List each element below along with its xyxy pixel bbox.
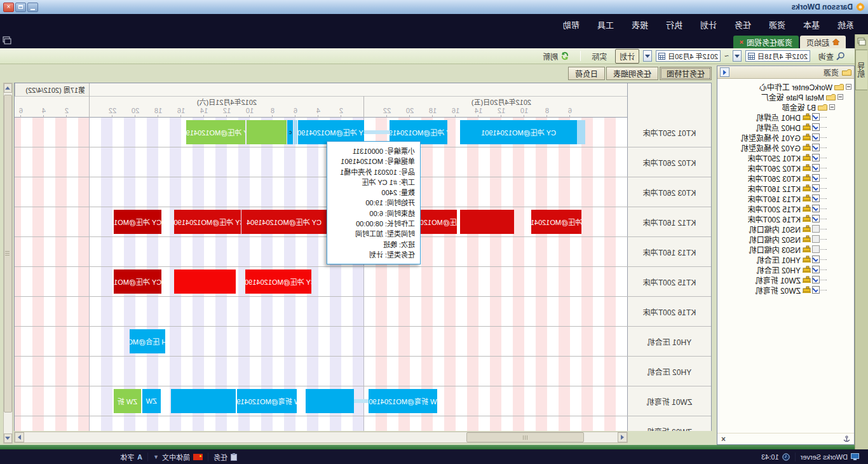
tree-checkbox[interactable] bbox=[812, 123, 820, 131]
plan-toggle-button[interactable]: 计划 bbox=[615, 49, 639, 64]
tree-expander-icon[interactable] bbox=[829, 104, 835, 110]
tree-item[interactable]: WorkCenter 工作中心 bbox=[717, 81, 851, 92]
tree-item[interactable]: GY01 外桶成型机 bbox=[717, 132, 851, 142]
gantt-task-bar[interactable]: CY 冲压@MO12041901 bbox=[460, 120, 577, 144]
gantt-task-bar[interactable] bbox=[171, 389, 236, 413]
gantt-task-bar[interactable] bbox=[460, 210, 514, 234]
horizontal-scroll-thumb[interactable] bbox=[466, 432, 584, 442]
tree-item[interactable]: YH01 压合机 bbox=[717, 254, 851, 264]
minimize-button[interactable] bbox=[27, 3, 38, 12]
gantt-task-bar[interactable] bbox=[247, 120, 287, 144]
scroll-up-button[interactable] bbox=[4, 83, 12, 93]
menu-item[interactable]: 计划 bbox=[691, 16, 726, 33]
tree-checkbox[interactable] bbox=[812, 174, 820, 182]
scroll-down-button[interactable] bbox=[4, 433, 12, 443]
tree-item[interactable]: KT16 200T冲床 bbox=[717, 214, 851, 224]
tree-item[interactable]: KT01 250T冲床 bbox=[717, 153, 851, 163]
tree-checkbox[interactable] bbox=[812, 205, 820, 212]
menu-item[interactable]: 执行 bbox=[657, 16, 691, 33]
tree-item[interactable]: KT02 260T冲床 bbox=[717, 163, 851, 173]
menu-item[interactable]: 帮助 bbox=[554, 16, 588, 33]
gantt-task-bar[interactable]: CY 冲压@MO1 bbox=[114, 270, 162, 294]
menu-item[interactable]: 工具 bbox=[588, 16, 623, 33]
tree-item[interactable]: KT12 160T冲床 bbox=[717, 183, 851, 193]
menu-item[interactable]: 基本 bbox=[794, 16, 829, 33]
menu-item[interactable]: 任务 bbox=[726, 16, 760, 33]
tree-checkbox[interactable] bbox=[812, 164, 820, 172]
tree-item[interactable]: DH01 点焊机 bbox=[717, 112, 851, 122]
tree-checkbox[interactable] bbox=[812, 245, 820, 253]
pane-tab[interactable]: 任务甘特图 bbox=[660, 67, 712, 80]
tree-item[interactable]: NS01 内缩口机 bbox=[717, 224, 851, 234]
tree-expander-icon[interactable] bbox=[837, 94, 843, 100]
maximize-button[interactable] bbox=[15, 3, 26, 12]
date-to-dropdown[interactable] bbox=[643, 50, 652, 62]
gantt-task-bar[interactable]: CY 冲压@MO12041904 bbox=[419, 210, 456, 234]
gantt-task-bar[interactable]: CY 冲压@MO12041902 bbox=[186, 120, 245, 144]
tree-item[interactable]: ZW01 折弯机 bbox=[717, 275, 851, 285]
task-status-item[interactable]: 任务 bbox=[208, 452, 242, 462]
horizontal-scrollbar[interactable] bbox=[14, 432, 628, 443]
date-to-field[interactable]: 2012年 4月30日 bbox=[656, 50, 721, 62]
pane-tab[interactable]: 日负荷 bbox=[568, 67, 605, 80]
menu-item[interactable]: 报表 bbox=[623, 16, 657, 33]
tree-item[interactable]: NS03 内缩口机 bbox=[717, 244, 851, 254]
gantt-task-bar[interactable]: YH 压合@MO1 bbox=[130, 329, 165, 353]
vertical-scroll-thumb[interactable] bbox=[4, 95, 12, 413]
gantt-task-bar[interactable]: ZW 折 bbox=[114, 389, 141, 413]
gantt-task-bar[interactable]: ZW 折弯@MO12041901 bbox=[369, 389, 437, 413]
cascade-windows-icon[interactable] bbox=[3, 36, 11, 44]
tree-checkbox[interactable] bbox=[812, 235, 820, 243]
tree-item[interactable]: KT03 260T冲床 bbox=[717, 173, 851, 183]
tree-item[interactable]: GY02 外桶成型机 bbox=[717, 142, 851, 153]
menu-item[interactable]: 资源 bbox=[760, 16, 794, 33]
gantt-task-bar[interactable]: c bbox=[287, 120, 293, 144]
scroll-left-button[interactable] bbox=[618, 432, 627, 442]
pane-tab[interactable]: 任务明细表 bbox=[606, 67, 658, 80]
gantt-task-bar[interactable]: ZW bbox=[142, 389, 161, 413]
tab-resource-task-view[interactable]: 资源任务视图 × bbox=[733, 36, 799, 48]
date-from-field[interactable]: 2012年 4月18日 bbox=[745, 50, 810, 62]
tree-checkbox[interactable] bbox=[812, 225, 820, 233]
tree-item[interactable]: ZW02 折弯机 bbox=[717, 285, 851, 295]
date-from-dropdown[interactable] bbox=[733, 50, 742, 62]
tree-checkbox[interactable] bbox=[812, 215, 820, 222]
gantt-task-bar[interactable]: CY 冲压@MO1 bbox=[114, 210, 162, 234]
gantt-task-bar[interactable]: CY 冲压@MO12041904 bbox=[531, 210, 581, 234]
tree-checkbox[interactable] bbox=[812, 276, 820, 283]
gantt-task-bar[interactable] bbox=[577, 120, 586, 144]
tree-item[interactable]: DH02 点焊机 bbox=[717, 122, 851, 132]
tree-item[interactable]: KT13 160T冲床 bbox=[717, 193, 851, 203]
language-selector[interactable]: 简体中文 ▼ bbox=[148, 452, 208, 462]
gantt-task-bar[interactable]: CY 冲压@MO12041904 bbox=[241, 210, 326, 234]
tree-checkbox[interactable] bbox=[812, 133, 820, 141]
tree-checkbox[interactable] bbox=[812, 144, 820, 151]
collapse-panel-button[interactable] bbox=[720, 67, 729, 77]
scroll-right-button[interactable] bbox=[15, 432, 24, 442]
search-button[interactable]: 查询 bbox=[814, 49, 850, 64]
gantt-task-bar[interactable]: ZW 折弯@MO12041901 bbox=[237, 389, 297, 413]
gantt-task-bar[interactable]: CY 冲压@MO12041904 bbox=[174, 210, 240, 234]
tree-checkbox[interactable] bbox=[812, 256, 820, 263]
tab-start-page[interactable]: 起始页 bbox=[800, 36, 846, 48]
nav-vertical-tab[interactable]: 导航 bbox=[855, 50, 867, 90]
gantt-task-bar[interactable]: CY 冲压@MO12041903 bbox=[245, 270, 311, 294]
tree-checkbox[interactable] bbox=[812, 154, 820, 161]
gantt-task-bar[interactable] bbox=[174, 270, 236, 294]
gantt-task-bar[interactable] bbox=[294, 120, 297, 144]
tree-checkbox[interactable] bbox=[812, 266, 820, 273]
tree-checkbox[interactable] bbox=[812, 286, 820, 294]
tree-item[interactable]: BJ 钣金部 bbox=[717, 102, 851, 112]
close-button[interactable]: × bbox=[3, 3, 14, 12]
gantt-task-bar[interactable] bbox=[306, 389, 354, 413]
tree-checkbox[interactable] bbox=[812, 194, 820, 202]
tree-item[interactable]: Metal Plate 钣金厂 bbox=[717, 92, 851, 102]
tree-item[interactable]: YH02 压合机 bbox=[717, 264, 851, 275]
anchor-icon[interactable] bbox=[843, 435, 850, 442]
tree-checkbox[interactable] bbox=[812, 184, 820, 192]
layered-windows-icon[interactable] bbox=[857, 38, 866, 46]
close-icon[interactable]: × bbox=[740, 38, 743, 46]
font-setting[interactable]: A 字体 bbox=[115, 452, 147, 462]
tree-item[interactable]: NS02 内缩口机 bbox=[717, 234, 851, 244]
refresh-button[interactable]: 刷新 bbox=[538, 49, 574, 64]
